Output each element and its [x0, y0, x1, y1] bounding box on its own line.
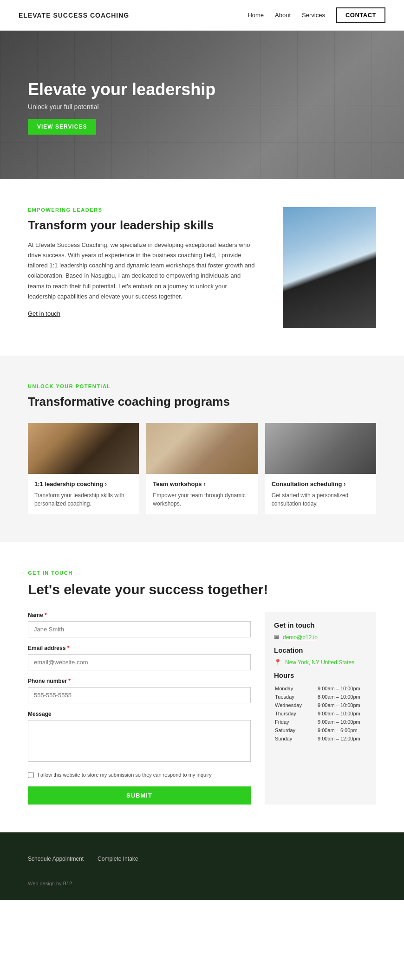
hours-day: Sunday — [275, 735, 317, 742]
card-image-1 — [28, 423, 139, 474]
contact-section: GET IN TOUCH Let's elevate your success … — [0, 542, 404, 832]
hours-day: Monday — [275, 685, 317, 692]
footer-web-design-link[interactable]: B12 — [63, 881, 72, 886]
about-body: At Elevate Success Coaching, we speciali… — [28, 240, 255, 302]
consent-checkbox[interactable] — [28, 772, 34, 778]
navbar: ELEVATE SUCCESS COACHING Home About Serv… — [0, 0, 404, 31]
card-arrow-3: › — [344, 481, 345, 487]
about-heading: Transform your leadership skills — [28, 218, 255, 233]
card-title-2[interactable]: Team workshops › — [153, 480, 251, 487]
hours-row: Saturday9:00am – 6:00pm — [275, 727, 366, 734]
view-services-button[interactable]: VIEW SERVICES — [28, 119, 96, 135]
email-row: ✉ demo@b12.io — [274, 634, 367, 641]
hero-subheading: Unlock your full potential — [28, 103, 376, 110]
programs-tag: UNLOCK YOUR POTENTIAL — [28, 383, 376, 389]
card-desc-1: Transform your leadership skills with pe… — [34, 491, 132, 508]
message-group: Message — [28, 711, 251, 764]
phone-label: Phone number * — [28, 678, 251, 684]
hours-time: 9:00am – 10:00pm — [318, 701, 366, 709]
contact-heading: Let's elevate your success together! — [28, 581, 376, 598]
about-tag: EMPOWERING LEADERS — [28, 207, 255, 213]
footer-link-intake[interactable]: Complete Intake — [98, 856, 138, 862]
card-title-3[interactable]: Consultation scheduling › — [272, 480, 370, 487]
location-title: Location — [274, 646, 367, 654]
nav-about[interactable]: About — [275, 12, 291, 19]
card-image-3 — [265, 423, 376, 474]
email-icon: ✉ — [274, 634, 279, 641]
nav-contact-button[interactable]: CONTACT — [336, 7, 385, 23]
hours-row: Monday9:00am – 10:00pm — [275, 685, 366, 692]
message-label: Message — [28, 711, 251, 717]
program-card-3: Consultation scheduling › Get started wi… — [265, 423, 376, 514]
hours-time: 9:00am – 10:00pm — [318, 710, 366, 717]
hours-row: Wednesday9:00am – 10:00pm — [275, 701, 366, 709]
hours-day: Saturday — [275, 727, 317, 734]
hero-text-overlay: Elevate your leadership Unlock your full… — [0, 80, 404, 135]
footer-web-design-text: Web design by — [28, 881, 63, 886]
hours-time: 9:00am – 12:00pm — [318, 735, 366, 742]
programs-grid: 1:1 leadership coaching › Transform your… — [28, 423, 376, 514]
programs-section: UNLOCK YOUR POTENTIAL Transformative coa… — [0, 356, 404, 542]
location-icon: 📍 — [274, 659, 281, 666]
about-get-in-touch-link[interactable]: Get in touch — [28, 310, 60, 317]
footer-link-schedule[interactable]: Schedule Appointment — [28, 856, 84, 862]
programs-heading: Transformative coaching programs — [28, 395, 376, 409]
brand-name: ELEVATE SUCCESS COACHING — [19, 12, 129, 19]
hours-day: Wednesday — [275, 701, 317, 709]
card-arrow-2: › — [204, 481, 206, 487]
phone-input[interactable] — [28, 687, 251, 703]
hours-time: 9:00am – 6:00pm — [318, 727, 366, 734]
hours-row: Thursday9:00am – 10:00pm — [275, 710, 366, 717]
consent-text: I allow this website to store my submiss… — [38, 771, 213, 779]
program-card-2: Team workshops › Empower your team throu… — [146, 423, 257, 514]
contact-info-card: Get in touch ✉ demo@b12.io Location 📍 Ne… — [265, 612, 376, 805]
nav-links: Home About Services CONTACT — [248, 7, 385, 23]
footer: Schedule Appointment Complete Intake Web… — [0, 832, 404, 900]
footer-bottom: Web design by B12 — [28, 881, 376, 886]
card-body-2: Team workshops › Empower your team throu… — [146, 474, 257, 514]
get-in-touch-title: Get in touch — [274, 621, 367, 629]
phone-group: Phone number * — [28, 678, 251, 703]
hours-table: Monday9:00am – 10:00pmTuesday8:00am – 10… — [274, 684, 367, 743]
consent-row: I allow this website to store my submiss… — [28, 771, 251, 779]
hours-day: Thursday — [275, 710, 317, 717]
hours-row: Friday9:00am – 10:00pm — [275, 718, 366, 726]
email-label: Email address * — [28, 645, 251, 651]
location-row: 📍 New York, NY United States — [274, 659, 367, 666]
hours-time: 9:00am – 10:00pm — [318, 685, 366, 692]
email-input[interactable] — [28, 654, 251, 670]
card-arrow-1: › — [105, 481, 107, 487]
name-label: Name * — [28, 612, 251, 618]
hours-time: 9:00am – 10:00pm — [318, 718, 366, 726]
about-text: EMPOWERING LEADERS Transform your leader… — [28, 207, 255, 318]
message-textarea[interactable] — [28, 720, 251, 762]
card-image-2 — [146, 423, 257, 474]
name-input[interactable] — [28, 621, 251, 637]
card-body-1: 1:1 leadership coaching › Transform your… — [28, 474, 139, 514]
hours-day: Tuesday — [275, 693, 317, 701]
email-link[interactable]: demo@b12.io — [283, 634, 318, 641]
card-title-1[interactable]: 1:1 leadership coaching › — [34, 480, 132, 487]
card-desc-2: Empower your team through dynamic worksh… — [153, 491, 251, 508]
contact-tag: GET IN TOUCH — [28, 570, 376, 576]
about-section: EMPOWERING LEADERS Transform your leader… — [0, 179, 404, 356]
email-group: Email address * — [28, 645, 251, 670]
hours-row: Tuesday8:00am – 10:00pm — [275, 693, 366, 701]
hours-row: Sunday9:00am – 12:00pm — [275, 735, 366, 742]
nav-home[interactable]: Home — [248, 12, 264, 19]
footer-links: Schedule Appointment Complete Intake — [28, 856, 376, 862]
submit-button[interactable]: SUBMIT — [28, 786, 251, 805]
card-body-3: Consultation scheduling › Get started wi… — [265, 474, 376, 514]
location-link[interactable]: New York, NY United States — [285, 659, 354, 666]
contact-grid: Name * Email address * Phone number * — [28, 612, 376, 805]
nav-services[interactable]: Services — [302, 12, 325, 19]
about-image — [283, 207, 376, 328]
hero-section: Elevate your leadership Unlock your full… — [0, 31, 404, 179]
hero-heading: Elevate your leadership — [28, 80, 376, 99]
hours-day: Friday — [275, 718, 317, 726]
program-card-1: 1:1 leadership coaching › Transform your… — [28, 423, 139, 514]
contact-form: Name * Email address * Phone number * — [28, 612, 251, 805]
card-desc-3: Get started with a personalized consulta… — [272, 491, 370, 508]
name-group: Name * — [28, 612, 251, 637]
hours-title: Hours — [274, 671, 367, 679]
